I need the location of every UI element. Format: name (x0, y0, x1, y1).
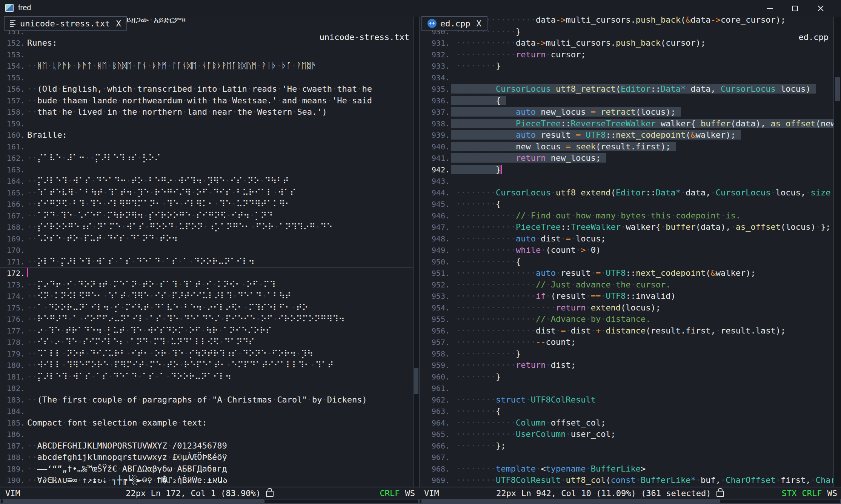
close-button[interactable] (814, 2, 827, 14)
pane-divider[interactable] (413, 17, 420, 487)
code-line[interactable]: 183.··(The·first·couple·of·paragraphs·of… (0, 394, 414, 406)
code-line[interactable]: 960.········} (420, 371, 841, 383)
code-line[interactable]: 943. (420, 175, 841, 187)
code-line[interactable]: 159. (0, 118, 414, 130)
code-line[interactable]: 953.················if·(result·==·UTF8::… (420, 290, 841, 302)
code-line[interactable]: 190.··∀∂∈ℝ∧∪≡∞·↑↗↨↻⇣·┐┼╔╘░►☺♀·ﬁ�⑀₂ἠḂӥẄɐː… (0, 475, 414, 486)
code-line[interactable]: 161. (0, 141, 414, 153)
code-line[interactable]: 961. (420, 383, 841, 394)
code-line[interactable]: 950.············{ (420, 256, 841, 268)
code-line[interactable]: 938.············PieceTree::ReverseTreeWa… (420, 118, 841, 130)
code-line[interactable]: 946.············//·Find·out·how·many·byt… (420, 210, 841, 222)
code-line[interactable]: 184. (0, 406, 414, 417)
code-line[interactable]: 965.············UserColumn·user_col; (420, 429, 841, 440)
line-number: 961. (430, 383, 450, 394)
code-line[interactable]: 941.············return·new_locus; (420, 152, 841, 164)
code-line[interactable]: 155. (0, 72, 414, 84)
code-line[interactable]: 168.··⡎⠊⠗⠕⠕⠛⠑⠰⠎·⠝⠁⠍⠑·⠺⠁⠎·⠛⠕⠕⠙·⠥⠏⠕⠝·⠰⡡⠁⠝⠛… (0, 221, 414, 233)
tab-unicode-stress[interactable]: unicode-stress.txt X (4, 16, 127, 31)
editor-pane-right[interactable]: 929.················data->multi_cursors.… (420, 17, 841, 487)
code-line[interactable]: 171.··⡕⠇⠙·⡍⠜⠇⠑⠹·⠺⠁⠎·⠁⠎·⠙⠑⠁⠙·⠁⠎·⠁·⠙⠕⠕⠗⠤⠝⠁… (0, 256, 414, 268)
code-line[interactable]: 178.··⠊⠎·⠔·⠹⠑·⠎⠊⠍⠊⠇⠑⠆·⠁⠝⠙·⠍⠹·⠥⠝⠙⠁⠇⠇⠪⠫·⠙⠁… (0, 337, 414, 348)
code-line[interactable]: 188.··abcdefghijklmnopqrstuvwxyz·£©µÀÆÖÞ… (0, 452, 414, 463)
code-line[interactable]: 936.········{ (420, 95, 841, 107)
code-line[interactable]: 176.··⠗⠑⠛⠜⠙·⠁·⠊⠕⠋⠋⠔⠤⠝⠁⠊⠇·⠁⠎·⠹⠑·⠙⠑⠁⠙⠑⠌·⠏⠊… (0, 313, 414, 325)
code-line[interactable]: 186. (0, 429, 414, 440)
code-line[interactable]: 166.··⠎⠊⠛⠝⠫·⠃⠹·⠹⠑·⠊⠇⠻⠛⠹⠍⠁⠝⠂·⠹⠑·⠊⠇⠻⠅⠂·⠹⠑·… (0, 198, 414, 210)
code-line[interactable]: 162.··⡌⠁⠧⠑·⠼⠁⠒··⡍⠜⠇⠑⠹⠰⠎·⡣⠕⠌ (0, 152, 414, 164)
left-vertical-scrollbar-thumb[interactable] (414, 368, 418, 394)
code-line[interactable]: 156.··(Old·English,·which·transcribed·in… (0, 83, 414, 95)
code-line[interactable]: 942.········} (420, 164, 841, 176)
line-number: 180. (5, 360, 25, 371)
tab-close-icon[interactable]: X (116, 19, 121, 28)
code-line[interactable]: 181.··⡍⠜⠇⠑⠹·⠺⠁⠎·⠁⠎·⠙⠑⠁⠙·⠁⠎·⠁·⠙⠕⠕⠗⠤⠝⠁⠊⠇⠲ (0, 371, 414, 383)
code-line[interactable]: 189.··–—‘“”„†•…‰™œŠŸž€·ΑΒΓΔΩαβγδω·АБВГДа… (0, 463, 414, 475)
code-line[interactable]: 940.············new_locus·=·seek(result.… (420, 141, 841, 153)
code-line[interactable]: 954.····················return·extend(lo… (420, 302, 841, 314)
code-line[interactable]: 153. (0, 49, 414, 61)
code-line[interactable]: 955.················//·Advance·by·distan… (420, 313, 841, 325)
code-line[interactable]: 948.············auto·dist·=·locus; (420, 233, 841, 245)
code-line[interactable]: 967. (420, 452, 841, 463)
code-line[interactable]: 170. (0, 244, 414, 256)
code-line[interactable]: 937.············auto·new_locus·=·retract… (420, 106, 841, 118)
line-number: 932. (430, 49, 450, 61)
title-bar[interactable]: fred (0, 0, 841, 17)
code-line[interactable]: 931.············data->multi_cursors.push… (420, 37, 841, 49)
code-line[interactable]: 935.········CursorLocus·utf8_retract(Edi… (420, 83, 841, 95)
code-line[interactable]: 949.············while·(count·>·0) (420, 244, 841, 256)
code-line[interactable]: 174.··⠪⠝·⠅⠝⠪⠇⠫⠛⠑⠂·⠱⠁⠞·⠹⠻⠑·⠊⠎·⠏⠜⠞⠊⠊⠥⠇⠜⠇⠹·… (0, 290, 414, 302)
line-number: 942. (430, 164, 450, 176)
code-line[interactable]: 958.············} (420, 348, 841, 360)
code-line[interactable]: 187.··ABCDEFGHIJKLMNOPQRSTUVWXYZ·/012345… (0, 440, 414, 452)
code-line[interactable]: 945.········{ (420, 198, 841, 210)
right-horizontal-scrollbar-thumb[interactable] (421, 499, 720, 503)
line-number: 158. (5, 106, 25, 118)
code-line[interactable]: 180.··⠺⠊⠇⠇·⠹⠻⠑⠋⠕⠗⠑·⠏⠻⠍⠊⠞·⠍⠑·⠞⠕·⠗⠑⠏⠑⠁⠞⠂·⠑… (0, 360, 414, 371)
code-line[interactable]: 933.········} (420, 60, 841, 72)
code-line[interactable]: 177.··⠔·⠹⠑·⠞⠗⠁⠙⠑⠲·⡃⠥⠞·⠹⠑·⠺⠊⠎⠙⠕⠍·⠕⠋·⠳⠗·⠁⠝… (0, 325, 414, 337)
code-line[interactable]: 175.··⠁·⠙⠕⠕⠗⠤⠝⠁⠊⠇⠲·⡊·⠍⠊⠣⠞·⠙⠁⠧⠑·⠃⠑⠲·⠔⠊⠇⠔⠫… (0, 302, 414, 314)
code-line[interactable]: 968.········template·<typename·BufferLik… (420, 463, 841, 475)
code-line[interactable]: 963.········{ (420, 406, 841, 417)
right-vertical-scrollbar-thumb[interactable] (835, 77, 840, 101)
code-line[interactable]: 179.··⠩⠁⠇⠇·⠝⠕⠞·⠙⠊⠌⠥⠗⠃·⠊⠞⠂·⠕⠗·⠹⠑·⡊⠳⠝⠞⠗⠹⠰⠎… (0, 348, 414, 360)
left-horizontal-scrollbar-thumb[interactable] (3, 499, 264, 503)
code-line[interactable]: 947.············PieceTree::TreeWalker·wa… (420, 221, 841, 233)
code-line[interactable]: 157.··bude·thaem·lande·northweardum·with… (0, 95, 414, 107)
code-line[interactable]: 952.················//·Just·advance·the·… (420, 279, 841, 291)
code-line[interactable]: 944.········CursorLocus·utf8_extend(Edit… (420, 187, 841, 199)
code-line[interactable]: 934. (420, 72, 841, 84)
code-line[interactable]: 158.··that·he·lived·in·the·northern·land… (0, 106, 414, 118)
code-line[interactable]: 962.········struct·UTF8ColResult (420, 394, 841, 406)
code-line[interactable]: 964.············Column·offset_col; (420, 417, 841, 429)
code-line[interactable]: 164.··⡍⠜⠇⠑⠹·⠺⠁⠎·⠙⠑⠁⠙⠒·⠞⠕·⠃⠑⠛⠔·⠺⠊⠹⠲·⡹⠻⠑·⠊… (0, 175, 414, 187)
code-line[interactable]: 163. (0, 164, 414, 176)
code-line[interactable]: 172. (0, 267, 414, 279)
code-line[interactable]: 957.················--count; (420, 337, 841, 348)
line-number: 955. (430, 313, 450, 325)
minimize-button[interactable] (763, 2, 776, 14)
tab-close-icon[interactable]: X (476, 19, 481, 28)
code-line[interactable]: 182. (0, 383, 414, 394)
code-line[interactable]: 969.········UTF8ColResult·utf8_col(const… (420, 475, 841, 486)
tab-label: unicode-stress.txt (20, 19, 110, 28)
code-line[interactable]: 932.············return·cursor; (420, 49, 841, 61)
code-line[interactable]: 169.··⠡⠕⠎⠑·⠞⠕·⠏⠥⠞·⠙⠊⠎·⠙⠁⠝⠙·⠞⠕⠲ (0, 233, 414, 245)
code-line[interactable]: 154.··ᚻᛖ·ᚳᚹᚫᚦ·ᚦᚫᛏ·ᚻᛖ·ᛒᚢᛞᛖ·ᚩᚾ·ᚦᚫᛗ·ᛚᚪᚾᛞᛖ·ᚾ… (0, 60, 414, 72)
code-line[interactable]: 956.················dist·=·dist·+·distan… (420, 325, 841, 337)
code-line[interactable]: 167.··⠁⠝⠙·⠹⠑·⠡⠊⠑⠋·⠍⠳⠗⠝⠻⠲·⡎⠊⠗⠕⠕⠛⠑·⠎⠊⠛⠝⠫·⠊… (0, 210, 414, 222)
tab-ed-cpp[interactable]: ++ ed.cpp X (421, 16, 487, 31)
code-line[interactable]: 959.············return·dist; (420, 360, 841, 371)
maximize-button[interactable] (789, 2, 801, 14)
line-number: 945. (430, 198, 450, 210)
editor-pane-left[interactable]: 150.··እግዜር·የከፈተውን·ጉሮሮ·ሳይዘጋው·አይድርም።151.15… (0, 17, 414, 487)
code-line[interactable]: 160.Braille: (0, 129, 414, 141)
code-line[interactable]: 173.··⡍⠔⠙⠖·⡊·⠙⠕⠝⠰⠞·⠍⠑⠁⠝·⠞⠕·⠎⠁⠹·⠹⠁⠞·⡊·⠅⠝⠪… (0, 279, 414, 291)
code-line[interactable]: 185.Compact·font·selection·example·text: (0, 417, 414, 429)
code-line[interactable]: 939.············auto·result·=·UTF8::next… (420, 129, 841, 141)
code-line[interactable]: 966.········}; (420, 440, 841, 452)
code-line[interactable]: 951.················auto·result·=·UTF8::… (420, 267, 841, 279)
code-line[interactable]: 165.··⠱⠁⠞⠑⠧⠻·⠁⠃⠳⠞·⠹⠁⠞⠲·⡹⠑·⠗⠑⠛⠊⠌⠻·⠕⠋·⠙⠊⠎·… (0, 187, 414, 199)
